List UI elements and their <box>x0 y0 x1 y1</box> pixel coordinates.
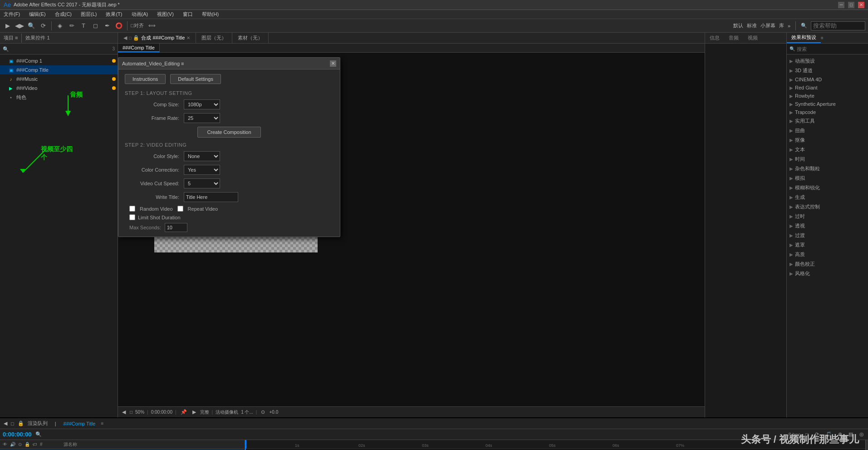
fx-matte[interactable]: ▶ 遮罩 <box>787 240 868 250</box>
exposure-btn[interactable]: ⊙ <box>260 409 266 415</box>
menu-file[interactable]: 文件(F) <box>2 10 22 19</box>
timeline-btn1[interactable]: □ <box>804 432 810 437</box>
tree-item-video[interactable]: ▶ ###Video <box>0 84 118 93</box>
tree-item-solid[interactable]: ▪ 纯色 <box>0 93 118 102</box>
timeline-btn3[interactable]: 🎵 <box>824 431 833 437</box>
more-workspaces[interactable]: » <box>788 23 790 29</box>
repeat-video-checkbox[interactable] <box>177 206 183 212</box>
fx-trapcode[interactable]: ▶ Trapcode <box>787 108 868 116</box>
fx-3d-channel[interactable]: ▶ 3D 通道 <box>787 66 868 75</box>
timeline-btn2[interactable]: ⟳ <box>814 431 820 437</box>
tool-hand[interactable]: ◀▶ <box>15 21 25 31</box>
tool-zoom[interactable]: 🔍 <box>26 21 36 31</box>
fx-text[interactable]: ▶ 文本 <box>787 145 868 154</box>
menu-animation[interactable]: 动画(A) <box>130 10 150 19</box>
tab-info[interactable]: 信息 <box>705 33 724 43</box>
snap-btn[interactable]: 📌 <box>179 409 188 415</box>
tab-effects[interactable]: 效果和预设 <box>787 33 821 43</box>
dialog-close-button[interactable]: ✕ <box>330 60 336 67</box>
tool-camera[interactable]: ◈ <box>55 21 65 31</box>
create-composition-button[interactable]: Create Composition <box>197 127 260 138</box>
fx-stylize[interactable]: ▶ 高质 <box>787 250 868 259</box>
frame-rate-select[interactable]: 24 25 30 60 <box>184 113 220 123</box>
video-cut-speed-select[interactable]: 1234 5 678910 <box>184 178 220 188</box>
default-settings-button[interactable]: Default Settings <box>170 74 221 84</box>
fx-generate[interactable]: ▶ 生成 <box>787 193 868 202</box>
fx-perspective[interactable]: ▶ 透视 <box>787 221 868 231</box>
fx-blur-sharpen[interactable]: ▶ 模糊和锐化 <box>787 183 868 193</box>
tool-text[interactable]: T <box>78 21 88 31</box>
fx-color-correction[interactable]: ▶ 颜色校正 <box>787 259 868 269</box>
current-time-display[interactable]: 0:00:00:00 <box>3 431 32 438</box>
fx-noise-grain[interactable]: ▶ 杂色和颗粒 <box>787 164 868 173</box>
menu-effects[interactable]: 效果(T) <box>104 10 124 19</box>
fx-time[interactable]: ▶ 时间 <box>787 154 868 164</box>
tool-rotate[interactable]: ⟳ <box>38 21 48 31</box>
help-search-input[interactable] <box>811 21 865 30</box>
menu-window[interactable]: 窗口 <box>181 10 195 19</box>
instructions-button[interactable]: Instructions <box>125 74 166 84</box>
camera-label[interactable]: 活动摄像机 <box>216 409 238 415</box>
comp-size-select[interactable]: 720p 1080p 4K <box>184 99 220 109</box>
timeline-btn6[interactable]: ◎ <box>858 431 865 437</box>
menu-composition[interactable]: 合成(C) <box>53 10 74 19</box>
workspace-default[interactable]: 默认 <box>733 22 743 29</box>
project-search-input[interactable] <box>3 46 112 52</box>
fx-stylize2[interactable]: ▶ 风格化 <box>787 269 868 278</box>
tool-pen[interactable]: ✏ <box>67 21 77 31</box>
timeline-comp-tab[interactable]: ###Comp Title <box>64 421 96 426</box>
menu-edit[interactable]: 编辑(E) <box>27 10 48 19</box>
limit-shot-checkbox[interactable] <box>129 214 135 220</box>
tab-layer[interactable]: 图层（无） <box>196 33 232 43</box>
tool-select[interactable]: ▶ <box>3 21 13 31</box>
tool-puppet[interactable]: ⭕ <box>114 21 124 31</box>
effects-scroll-btn[interactable]: ≡ <box>821 35 824 40</box>
render-queue-label[interactable]: 渲染队列 <box>28 420 48 427</box>
random-video-checkbox[interactable] <box>129 206 135 212</box>
color-style-select[interactable]: None Cinematic Vintage <box>184 151 220 161</box>
fx-animation-presets[interactable]: ▶ 动画预设 <box>787 56 868 66</box>
maximize-button[interactable]: □ <box>848 2 854 8</box>
minimize-button[interactable]: ─ <box>838 2 844 8</box>
tree-item-comp1[interactable]: ▣ ###Comp 1 <box>0 56 118 65</box>
tree-item-comp-title[interactable]: ▣ ###Comp Title <box>0 65 118 74</box>
fx-expression-control[interactable]: ▶ 表达式控制 <box>787 202 868 212</box>
dialog-title-bar[interactable]: Automated_Video_Editing ≡ ✕ <box>118 58 340 69</box>
menu-help[interactable]: 帮助(H) <box>200 10 221 19</box>
timeline-btn5[interactable]: ▤ <box>847 431 854 437</box>
close-button[interactable]: ✕ <box>858 2 864 8</box>
workspace-small[interactable]: 小屏幕 <box>760 22 775 29</box>
viewer-prev-btn[interactable]: ◀ <box>121 409 127 415</box>
color-correction-select[interactable]: Yes No <box>184 165 220 175</box>
max-seconds-input[interactable] <box>165 223 187 232</box>
fx-simulate[interactable]: ▶ 模拟 <box>787 173 868 183</box>
fx-synthetic-aperture[interactable]: ▶ Synthetic Aperture <box>787 100 868 108</box>
tab-video[interactable]: 视频 <box>743 33 762 43</box>
menu-view[interactable]: 视图(V) <box>155 10 176 19</box>
zoom-level[interactable]: 50% <box>135 410 144 415</box>
write-title-input[interactable] <box>184 192 238 202</box>
preview-btn[interactable]: ▶ <box>191 409 197 415</box>
fx-cinema4d[interactable]: ▶ CINEMA 4D <box>787 75 868 84</box>
fx-utility[interactable]: ▶ 实用工具 <box>787 116 868 126</box>
effects-search-input[interactable] <box>797 46 865 52</box>
tab-audio[interactable]: 音频 <box>724 33 743 43</box>
fx-red-giant[interactable]: ▶ Red Giant <box>787 84 868 92</box>
tool-shape[interactable]: ◻ <box>90 21 100 31</box>
menu-layer[interactable]: 图层(L) <box>79 10 98 19</box>
view-label[interactable]: 1 个... <box>241 409 253 415</box>
fx-obsolete[interactable]: ▶ 过时 <box>787 212 868 221</box>
comp-tab-main[interactable]: ###Comp Title <box>118 44 160 52</box>
workspace-library[interactable]: 库 <box>779 22 784 29</box>
fx-rowbyte[interactable]: ▶ Rowbyte <box>787 92 868 100</box>
tree-item-music[interactable]: ♪ ###Music <box>0 74 118 84</box>
panel-comp-label[interactable]: 合成 ###Comp Title <box>141 35 185 41</box>
fx-keying[interactable]: ▶ 抠像 <box>787 135 868 145</box>
comp-tab-close[interactable]: ✕ <box>186 35 190 40</box>
workspace-standard[interactable]: 标准 <box>747 22 757 29</box>
timeline-btn4[interactable]: ⊕ <box>837 431 843 437</box>
fx-transition[interactable]: ▶ 过渡 <box>787 231 868 240</box>
fx-distort[interactable]: ▶ 扭曲 <box>787 126 868 135</box>
tool-brush[interactable]: ✒ <box>102 21 112 31</box>
tab-footage[interactable]: 素材（无） <box>232 33 269 43</box>
